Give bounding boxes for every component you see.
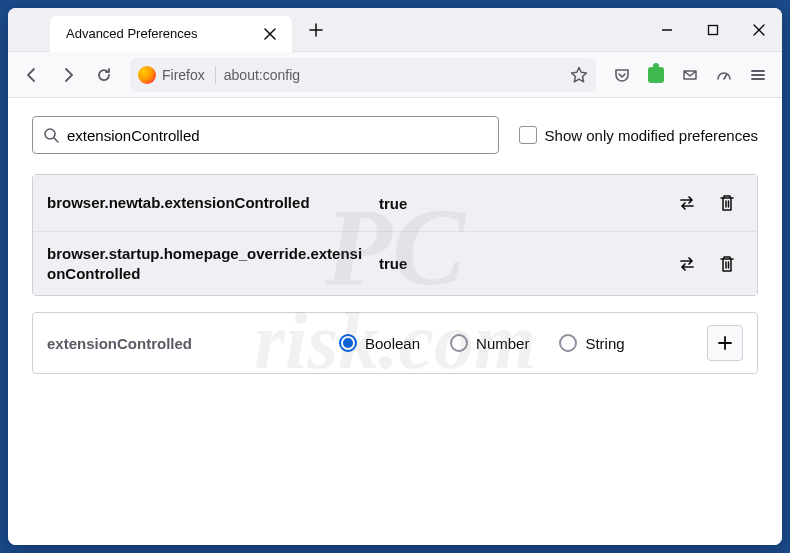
trash-icon: [719, 255, 735, 273]
plus-icon: [717, 335, 733, 351]
hamburger-icon: [750, 67, 766, 83]
bookmark-star-button[interactable]: [570, 66, 588, 84]
delete-button[interactable]: [711, 248, 743, 280]
hamburger-menu-button[interactable]: [742, 59, 774, 91]
radio-icon: [339, 334, 357, 352]
plus-icon: [309, 23, 323, 37]
arrow-left-icon: [24, 67, 40, 83]
identity-label: Firefox: [162, 67, 205, 83]
firefox-logo-icon: [138, 66, 156, 84]
url-bar[interactable]: Firefox about:config: [130, 58, 596, 92]
close-icon: [264, 28, 276, 40]
pref-row[interactable]: browser.startup.homepage_override.extens…: [33, 232, 757, 295]
pref-value: true: [379, 255, 659, 272]
inbox-button[interactable]: [674, 59, 706, 91]
content-area: Show only modified preferences browser.n…: [8, 98, 782, 545]
radio-number[interactable]: Number: [450, 334, 529, 352]
swap-icon: [678, 194, 696, 212]
pref-row[interactable]: browser.newtab.extensionControlled true: [33, 175, 757, 232]
maximize-button[interactable]: [690, 8, 736, 51]
close-icon: [753, 24, 765, 36]
urlbar-actions: [570, 66, 588, 84]
new-pref-block: extensionControlled Boolean Number Strin…: [32, 312, 758, 374]
minimize-button[interactable]: [644, 8, 690, 51]
radio-label: Number: [476, 335, 529, 352]
checkbox-label: Show only modified preferences: [545, 127, 758, 144]
arrow-right-icon: [60, 67, 76, 83]
toggle-button[interactable]: [671, 187, 703, 219]
pref-actions: [671, 187, 743, 219]
reload-icon: [96, 67, 112, 83]
reload-button[interactable]: [88, 59, 120, 91]
delete-button[interactable]: [711, 187, 743, 219]
radio-boolean[interactable]: Boolean: [339, 334, 420, 352]
trash-icon: [719, 194, 735, 212]
toolbar-icons: [606, 59, 774, 91]
search-icon: [43, 127, 59, 143]
pref-name: browser.startup.homepage_override.extens…: [47, 244, 367, 283]
swap-icon: [678, 255, 696, 273]
pref-actions: [671, 248, 743, 280]
star-icon: [570, 66, 588, 84]
browser-window: Advanced Preferences: [8, 8, 782, 545]
window-close-button[interactable]: [736, 8, 782, 51]
svg-rect-0: [709, 25, 718, 34]
url-text: about:config: [224, 67, 562, 83]
identity-box[interactable]: Firefox: [138, 66, 216, 84]
inbox-icon: [682, 67, 698, 83]
tab-close-button[interactable]: [258, 22, 282, 46]
meter-icon: [716, 67, 732, 83]
radio-label: String: [585, 335, 624, 352]
window-controls: [644, 8, 782, 51]
pocket-button[interactable]: [606, 59, 638, 91]
pocket-icon: [614, 67, 630, 83]
pref-name: browser.newtab.extensionControlled: [47, 193, 367, 213]
back-button[interactable]: [16, 59, 48, 91]
radio-label: Boolean: [365, 335, 420, 352]
active-tab[interactable]: Advanced Preferences: [50, 16, 292, 52]
radio-string[interactable]: String: [559, 334, 624, 352]
show-only-modified-checkbox[interactable]: Show only modified preferences: [519, 126, 758, 144]
maximize-icon: [707, 24, 719, 36]
type-radio-group: Boolean Number String: [339, 334, 695, 352]
pref-results: browser.newtab.extensionControlled true …: [32, 174, 758, 296]
checkbox-icon: [519, 126, 537, 144]
pref-search-input[interactable]: [67, 127, 488, 144]
tab-title: Advanced Preferences: [66, 26, 198, 41]
minimize-icon: [661, 24, 673, 36]
forward-button[interactable]: [52, 59, 84, 91]
pref-search-box[interactable]: [32, 116, 499, 154]
radio-icon: [450, 334, 468, 352]
radio-icon: [559, 334, 577, 352]
extension-button[interactable]: [640, 59, 672, 91]
new-pref-name: extensionControlled: [47, 335, 327, 352]
new-tab-button[interactable]: [300, 14, 332, 46]
titlebar: Advanced Preferences: [8, 8, 782, 52]
toggle-button[interactable]: [671, 248, 703, 280]
puzzle-icon: [648, 67, 664, 83]
pref-value: true: [379, 195, 659, 212]
search-row: Show only modified preferences: [32, 116, 758, 154]
nav-toolbar: Firefox about:config: [8, 52, 782, 98]
protection-button[interactable]: [708, 59, 740, 91]
add-pref-button[interactable]: [707, 325, 743, 361]
